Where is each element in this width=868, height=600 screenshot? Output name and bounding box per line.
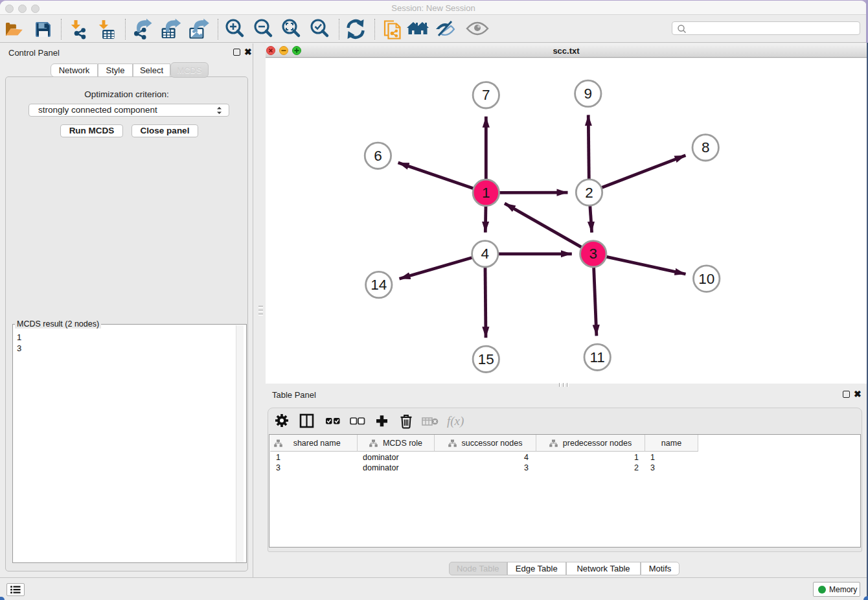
svg-text:1: 1 bbox=[482, 185, 490, 201]
svg-text:9: 9 bbox=[584, 86, 593, 102]
svg-text:7: 7 bbox=[482, 87, 490, 103]
svg-text:3: 3 bbox=[589, 246, 598, 262]
svg-text:10: 10 bbox=[698, 271, 714, 287]
svg-text:15: 15 bbox=[478, 351, 494, 367]
svg-text:8: 8 bbox=[702, 139, 710, 156]
svg-text:6: 6 bbox=[374, 148, 382, 164]
svg-text:2: 2 bbox=[585, 185, 593, 201]
svg-text:11: 11 bbox=[590, 349, 605, 365]
svg-text:f(x): f(x) bbox=[447, 414, 464, 428]
svg-text:14: 14 bbox=[371, 277, 387, 293]
svg-text:4: 4 bbox=[481, 246, 490, 262]
